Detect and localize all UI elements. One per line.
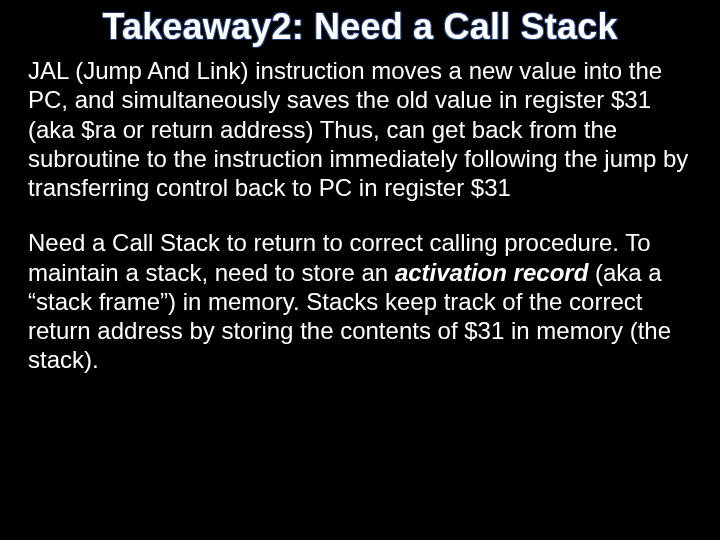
- slide-title: Takeaway2: Need a Call Stack: [28, 0, 692, 56]
- slide-body: JAL (Jump And Link) instruction moves a …: [28, 56, 692, 375]
- paragraph-2: Need a Call Stack to return to correct c…: [28, 228, 692, 374]
- paragraph-1: JAL (Jump And Link) instruction moves a …: [28, 56, 692, 202]
- p2-emphasis: activation record: [395, 259, 588, 286]
- slide: Takeaway2: Need a Call Stack JAL (Jump A…: [0, 0, 720, 540]
